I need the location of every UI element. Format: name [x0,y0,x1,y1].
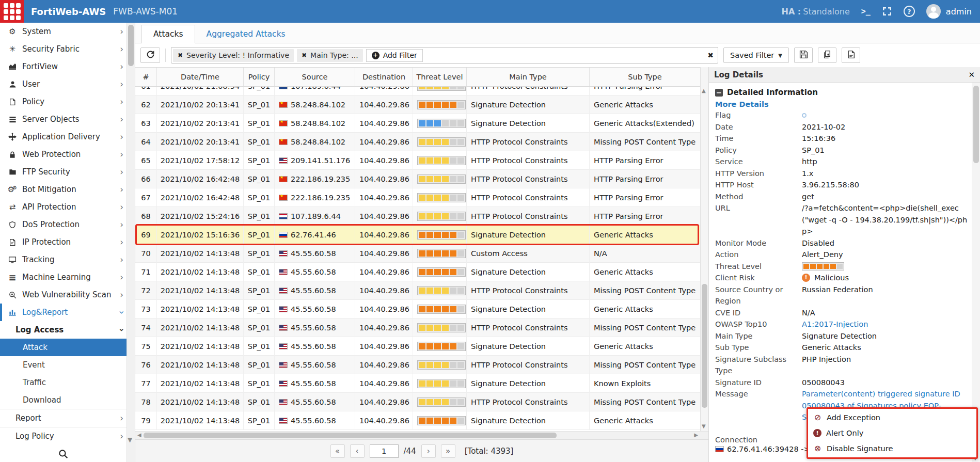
sidebar-item-api-protection[interactable]: ⇄API Protection› [0,198,127,216]
table-row-74[interactable]: 742021/10/02 14:13:48SP_0145.55.60.58104… [135,318,700,337]
table-vscroll-thumb[interactable] [702,284,707,408]
column-header-main-type[interactable]: Main Type [467,68,590,86]
table-row-75[interactable]: 752021/10/02 14:13:48SP_0145.55.60.58104… [135,337,700,356]
sidebar-group-log-access[interactable]: Log Access› [0,321,127,339]
username[interactable]: admin [946,7,972,17]
scroll-left-icon[interactable]: ◀ [137,432,141,438]
filter-chip-1[interactable]: ✖Main Type: ... [297,49,363,62]
pdf-export-button[interactable] [842,47,860,63]
cell-threat-level [413,337,467,356]
sidebar-item-security-fabric[interactable]: ✳Security Fabric› [0,40,127,58]
table-row-76[interactable]: 762021/10/02 14:13:48SP_0145.55.60.58104… [135,356,700,374]
sidebar-item-log-policy[interactable]: Log Policy› [0,427,127,445]
panel-scrollbar-thumb[interactable] [973,86,979,163]
table-row-64[interactable]: 642021/10/02 20:13:41SP_0158.248.84.1021… [135,133,700,151]
save-filter-button[interactable] [794,47,813,63]
table-row-63[interactable]: 632021/10/02 20:13:41SP_0158.248.84.1021… [135,114,700,133]
sidebar-item-download[interactable]: Download [0,391,127,409]
sidebar-item-user[interactable]: User› [0,75,127,93]
first-page-button[interactable]: « [330,444,345,458]
column-header-policy[interactable]: Policy [244,68,275,86]
table-row-79[interactable]: 792021/10/02 14:13:48SP_0145.55.60.58104… [135,411,700,430]
collapse-icon[interactable]: − [715,89,723,97]
table-row-62[interactable]: 622021/10/02 20:13:41SP_0158.248.84.1021… [135,95,700,114]
sidebar-search-icon[interactable] [0,449,127,459]
column-header-date-time[interactable]: Date/Time [157,68,244,86]
table-row-66[interactable]: 662021/10/02 16:42:48SP_01222.186.19.235… [135,170,700,188]
sidebar-item-system[interactable]: ⚙System› [0,23,127,40]
export-log-icon-button[interactable] [818,47,836,63]
context-menu-alert-only[interactable]: !Alert Only [808,425,976,441]
table-row-71[interactable]: 712021/10/02 14:13:48SP_0145.55.60.58104… [135,263,700,281]
table-row-73[interactable]: 732021/10/02 14:13:48SP_0145.55.60.58104… [135,300,700,318]
sidebar-item-traffic[interactable]: Traffic [0,374,127,391]
table-row-78[interactable]: 782021/10/02 14:13:48SP_0145.55.60.58104… [135,393,700,411]
next-page-button[interactable]: › [421,444,436,458]
refresh-button[interactable] [140,47,160,63]
detailed-information-section[interactable]: − Detailed Information [715,88,969,97]
sidebar-item-log-report[interactable]: Log&Report› [0,304,127,321]
table-row-67[interactable]: 672021/10/02 16:42:48SP_01222.186.19.235… [135,188,700,207]
table-row-65[interactable]: 652021/10/02 17:58:12SP_01209.141.51.176… [135,151,700,170]
panel-scrollbar[interactable]: ▼ [972,83,980,462]
detail-label: URL [715,202,802,237]
filter-chip-0[interactable]: ✖Severity Level: ! Informative [173,49,294,62]
sidebar-item-policy[interactable]: Policy› [0,93,127,110]
clear-filters-icon[interactable]: ✖ [707,51,714,59]
fullscreen-icon[interactable] [882,6,892,17]
table-row-72[interactable]: 722021/10/02 14:13:48SP_0145.55.60.58104… [135,281,700,300]
last-page-button[interactable]: » [441,444,455,458]
sidebar-item-tracking[interactable]: Tracking› [0,251,127,268]
sidebar-item-attack[interactable]: Attack [0,339,127,356]
sidebar-item-report[interactable]: Report› [0,409,127,427]
tab-attacks[interactable]: Attacks [141,25,195,43]
tab-aggregated-attacks[interactable]: Aggregated Attacks [195,25,297,43]
scroll-up-icon[interactable]: ▲ [702,88,706,93]
cli-console-icon[interactable]: >_ [861,7,871,16]
table-vertical-scrollbar[interactable]: ▲ ▼ [700,67,708,431]
add-filter-button[interactable]: +Add Filter [366,49,423,62]
sidebar-item-web-vulnerability-scan[interactable]: Web Vulnerability Scan› [0,286,127,304]
detail-value[interactable]: A1:2017-Injection [802,318,969,330]
help-icon[interactable]: ? [904,6,915,17]
table-row-68[interactable]: 682021/10/02 15:24:16SP_01107.189.6.4410… [135,207,700,226]
table-row-70[interactable]: 702021/10/02 14:13:48SP_0145.55.60.58104… [135,244,700,263]
column-header-source[interactable]: Source [275,68,355,86]
context-menu-disable-signature[interactable]: ⊗Disable Signature [808,441,976,456]
sidebar-scroll-down-icon[interactable]: ▼ [128,436,132,443]
table-hscroll-thumb[interactable] [144,433,557,438]
sidebar-scrollbar[interactable]: ▼ [127,23,135,462]
sidebar-item-server-objects[interactable]: Server Objects› [0,110,127,128]
scroll-down-icon[interactable]: ▼ [702,423,706,429]
sidebar-item-fortiview[interactable]: FortiView› [0,58,127,75]
saved-filter-dropdown[interactable]: Saved Filter ▼ [723,47,789,63]
more-details-link[interactable]: More Details [715,100,969,108]
remove-filter-icon[interactable]: ✖ [178,52,183,59]
sidebar-item-ftp-security[interactable]: FTP Security› [0,163,127,181]
page-number-input[interactable]: 1 [370,444,399,458]
column-header-destination[interactable]: Destination [355,68,413,86]
column-header--[interactable]: # [135,68,157,86]
filter-input-box[interactable]: ✖Severity Level: ! Informative✖Main Type… [171,47,718,63]
table-row-61[interactable]: 612021/10/02 21:08:54SP_01107.189.6.4410… [135,87,700,95]
cell-destination: 104.40.29.86 [355,95,413,114]
close-panel-icon[interactable]: ✕ [968,70,975,79]
column-header-sub-type[interactable]: Sub Type [590,68,700,86]
avatar[interactable] [926,4,941,19]
sidebar-item-ip-protection[interactable]: IP Protection› [0,233,127,251]
context-menu-add-exception[interactable]: ⊘Add Exception [808,410,976,425]
table-horizontal-scrollbar[interactable]: ◀ ▶ [135,431,708,439]
table-row-69[interactable]: 692021/10/02 15:16:36SP_0162.76.41.46104… [135,226,700,244]
sidebar-item-web-protection[interactable]: Web Protection› [0,146,127,163]
sidebar-item-bot-mitigation[interactable]: ⚙⚙Bot Mitigation› [0,181,127,198]
sidebar-item-application-delivery[interactable]: Application Delivery› [0,128,127,146]
sidebar-scrollbar-thumb[interactable] [128,25,134,66]
table-row-77[interactable]: 772021/10/02 14:13:48SP_0145.55.60.58104… [135,374,700,393]
remove-filter-icon[interactable]: ✖ [302,52,307,59]
sidebar-item-dos-protection[interactable]: DoS Protection› [0,216,127,233]
scroll-right-icon[interactable]: ▶ [694,432,698,438]
sidebar-item-machine-learning[interactable]: ≡Machine Learning› [0,268,127,286]
column-header-threat-level[interactable]: Threat Level [413,68,467,86]
sidebar-item-event[interactable]: Event [0,356,127,374]
prev-page-button[interactable]: ‹ [350,444,365,458]
